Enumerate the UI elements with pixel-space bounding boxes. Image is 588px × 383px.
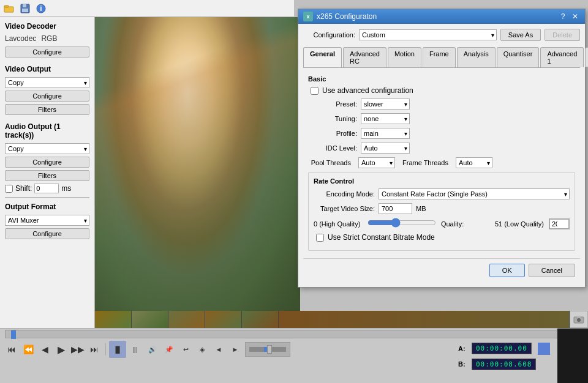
play-btn[interactable]: ▶	[53, 341, 69, 357]
film-frame	[279, 311, 570, 328]
output-format-title: Output Format	[5, 203, 89, 211]
config-row: Configuration: Custom Save As Delete	[303, 29, 580, 41]
pool-threads-select[interactable]: Auto	[358, 157, 395, 168]
tab-advanced1[interactable]: Advanced 1	[540, 47, 584, 67]
tuning-label: Tuning:	[308, 115, 357, 122]
tab-motion[interactable]: Motion	[388, 47, 421, 67]
preview-area	[95, 17, 300, 328]
encoding-mode-select-wrap: Constant Rate Factor (Single Pass)	[379, 188, 570, 199]
tab-quantiser[interactable]: Quantiser	[497, 47, 540, 67]
timeline-area: ⏮ ⏪ ◀ ▶ ▶▶ ⏭ ▐▌ ‖| 🔊 📌 ↩ ◈ ◄ ► A: 00:00:…	[0, 328, 588, 383]
timecode-a-label: A:	[458, 345, 468, 352]
quality-slider[interactable]	[368, 218, 436, 228]
zoom-slider[interactable]	[249, 347, 286, 352]
shift-checkbox[interactable]	[5, 185, 13, 193]
snap-btn[interactable]: 📌	[161, 341, 177, 357]
frame-threads-label: Frame Threads	[402, 159, 448, 166]
save-as-btn[interactable]: Save As	[500, 29, 541, 41]
separator	[105, 343, 106, 355]
film-frame	[95, 311, 132, 328]
config-select[interactable]: Custom	[359, 29, 497, 40]
audio-output-configure-btn[interactable]: Configure	[5, 157, 89, 168]
toolbar: i	[0, 0, 294, 17]
tab-advanced-rc[interactable]: Advanced RC	[343, 47, 386, 67]
goto-end-btn[interactable]: ⏭	[86, 341, 102, 357]
target-size-input[interactable]	[379, 203, 412, 214]
tab-analysis[interactable]: Analysis	[457, 47, 496, 67]
preview-thumbnail	[557, 329, 588, 383]
ok-btn[interactable]: OK	[489, 264, 525, 277]
zoom-out-btn[interactable]: ◄	[211, 341, 227, 357]
shift-row: Shift: ms	[5, 184, 89, 193]
pool-threads-label: Pool Threads	[308, 159, 351, 166]
dialog-tabs: General Advanced RC Motion Frame Analysi…	[303, 46, 580, 68]
vol-btn[interactable]: 🔊	[145, 341, 160, 357]
folder-open-icon[interactable]	[2, 2, 16, 15]
dialog-close-btn[interactable]: ✕	[570, 12, 580, 21]
film-frame	[242, 311, 279, 328]
timecode-a-marker[interactable]	[538, 343, 550, 355]
left-panel: Video Decoder Lavcodec RGB Configure Vid…	[0, 17, 95, 328]
preset-select[interactable]: slower	[361, 99, 410, 110]
save-icon[interactable]	[18, 2, 32, 15]
audio-output-filters-btn[interactable]: Filters	[5, 170, 89, 181]
prev-frame-btn[interactable]: ◀	[37, 341, 53, 357]
general-tab-content: Basic Use advanced configuration Preset:…	[303, 68, 580, 256]
camera-icon[interactable]	[570, 311, 588, 328]
loop-btn[interactable]: ↩	[178, 341, 194, 357]
quality-low-label: 0 (High Quality)	[314, 220, 363, 228]
film-frame	[205, 311, 242, 328]
video-output-configure-btn[interactable]: Configure	[5, 91, 89, 102]
quality-slider-container	[368, 218, 436, 229]
rate-control-section: Rate Control Encoding Mode: Constant Rat…	[308, 172, 575, 251]
video-decoder-configure-btn[interactable]: Configure	[5, 46, 89, 58]
video-output-select[interactable]: Copy	[5, 77, 89, 88]
svg-rect-5	[22, 9, 28, 12]
timecode-a-row: A: 00:00:00.00	[458, 343, 552, 355]
output-format-select[interactable]: AVI Muxer	[5, 215, 89, 226]
basic-section-header: Basic	[308, 75, 575, 83]
output-format-configure-btn[interactable]: Configure	[5, 228, 89, 239]
tab-scroll-arrow[interactable]: ▶	[585, 47, 588, 67]
target-size-label: Target Video Size:	[314, 205, 375, 212]
tuning-row: Tuning: none	[308, 113, 575, 124]
marker-btn[interactable]: ◈	[194, 341, 210, 357]
quality-spinbox	[549, 218, 570, 229]
dialog-titlebar: x x265 Configuraton ? ✕	[298, 9, 585, 24]
timecode-a-value: 00:00:00.00	[472, 343, 532, 354]
frame-threads-select[interactable]: Auto	[456, 157, 492, 168]
shift-input[interactable]	[34, 184, 59, 193]
profile-select[interactable]: main	[361, 128, 410, 139]
filmstrip	[95, 311, 570, 328]
encoding-mode-label: Encoding Mode:	[314, 190, 375, 198]
quality-main-label: Quality:	[441, 220, 490, 228]
rate-control-title: Rate Control	[314, 177, 570, 185]
video-output-select-wrap: Copy	[5, 77, 89, 88]
tuning-select[interactable]: none	[361, 113, 410, 124]
tab-frame[interactable]: Frame	[423, 47, 456, 67]
info-icon[interactable]: i	[34, 2, 48, 15]
video-output-filters-btn[interactable]: Filters	[5, 104, 89, 115]
goto-start-btn[interactable]: ⏮	[4, 341, 20, 357]
trim-mode-btn[interactable]: ▐▌	[109, 341, 126, 358]
next-frame-btn[interactable]: ▶▶	[70, 341, 86, 357]
dialog-help-btn[interactable]: ?	[558, 12, 568, 21]
edit-mode-btn[interactable]: ‖|	[127, 341, 144, 358]
quality-spinbox-input[interactable]	[549, 219, 569, 229]
idc-level-select[interactable]: Auto	[361, 143, 410, 154]
dialog-title: x265 Configuraton	[317, 12, 377, 21]
use-advanced-checkbox[interactable]	[311, 87, 318, 95]
zoom-in-btn[interactable]: ►	[227, 341, 243, 357]
zoom-thumb[interactable]	[267, 345, 272, 354]
rewind-btn[interactable]: ⏪	[20, 341, 36, 357]
audio-output-select[interactable]: Copy	[5, 143, 89, 154]
encoding-mode-select[interactable]: Constant Rate Factor (Single Pass)	[379, 188, 570, 199]
dialog-content: Configuration: Custom Save As Delete Gen…	[298, 24, 585, 287]
target-size-row: Target Video Size: MB	[314, 203, 570, 214]
delete-btn[interactable]: Delete	[545, 29, 580, 41]
cancel-btn[interactable]: Cancel	[529, 264, 575, 277]
strict-cbr-label: Use Strict Constant Bitrate Mode	[328, 233, 435, 242]
video-preview	[95, 17, 300, 328]
tab-general[interactable]: General	[303, 47, 342, 67]
strict-cbr-checkbox[interactable]	[316, 234, 324, 242]
